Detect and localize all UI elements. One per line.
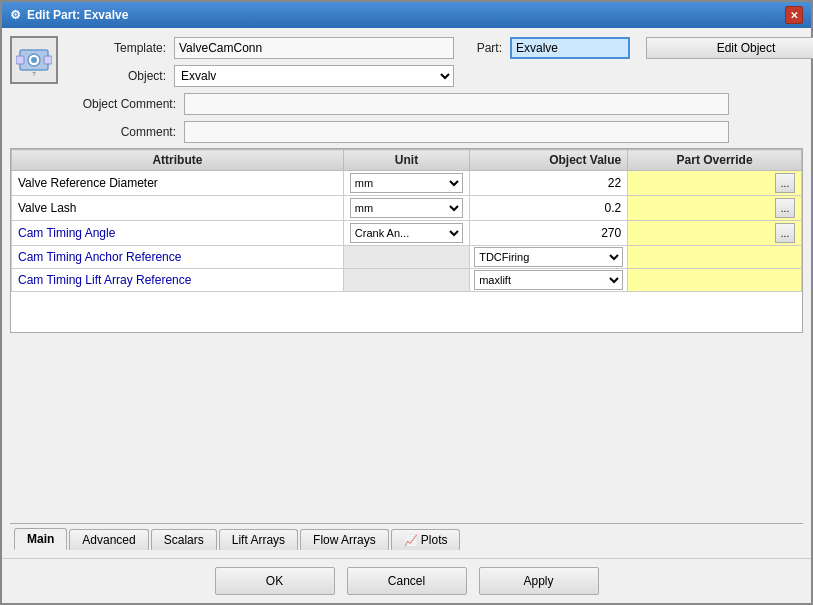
attr-cam-timing-anchor: Cam Timing Anchor Reference xyxy=(12,246,344,269)
object-comment-label: Object Comment: xyxy=(66,97,176,111)
tab-plots[interactable]: 📈 Plots xyxy=(391,529,461,550)
table-row: Cam Timing Angle Crank An... 270 ... xyxy=(12,221,802,246)
dialog-body: ? Template: Part: Edit Object Object: E xyxy=(2,28,811,558)
table-row: Valve Lash mm 0.2 ... xyxy=(12,196,802,221)
objval-valve-ref-diameter: 22 xyxy=(470,171,628,196)
form-fields: Template: Part: Edit Object Object: Exva… xyxy=(66,36,813,144)
attr-valve-ref-diameter: Valve Reference Diameter xyxy=(12,171,344,196)
comment-label: Comment: xyxy=(66,125,176,139)
col-unit: Unit xyxy=(343,150,469,171)
window-title: Edit Part: Exvalve xyxy=(27,8,128,22)
object-select[interactable]: Exvalv xyxy=(174,65,454,87)
plots-chart-icon: 📈 xyxy=(404,534,418,547)
attr-cam-timing-lift: Cam Timing Lift Array Reference xyxy=(12,269,344,292)
tab-scalars[interactable]: Scalars xyxy=(151,529,217,550)
override-cam-timing-anchor xyxy=(628,246,802,269)
browse-btn-3[interactable]: ... xyxy=(775,223,795,243)
unit-valve-lash[interactable]: mm xyxy=(343,196,469,221)
tab-flow-arrays[interactable]: Flow Arrays xyxy=(300,529,389,550)
template-label: Template: xyxy=(66,41,166,55)
attributes-table-container: Attribute Unit Object Value Part Overrid… xyxy=(10,148,803,333)
comment-row: Comment: xyxy=(66,120,813,144)
comment-input[interactable] xyxy=(184,121,729,143)
tab-main[interactable]: Main xyxy=(14,528,67,550)
unit-cam-timing-lift xyxy=(343,269,469,292)
unit-select-1[interactable]: mm xyxy=(350,173,463,193)
spacer xyxy=(10,337,803,520)
top-section: ? Template: Part: Edit Object Object: E xyxy=(10,36,803,144)
unit-select-3[interactable]: Crank An... xyxy=(350,223,463,243)
part-label: Part: xyxy=(462,41,502,55)
apply-button[interactable]: Apply xyxy=(479,567,599,595)
close-button[interactable]: ✕ xyxy=(785,6,803,24)
dialog-window: ⚙ Edit Part: Exvalve ✕ ? xyxy=(0,0,813,605)
title-bar: ⚙ Edit Part: Exvalve ✕ xyxy=(2,2,811,28)
edit-object-button[interactable]: Edit Object xyxy=(646,37,813,59)
part-input[interactable] xyxy=(510,37,630,59)
objval-cam-timing-anchor[interactable]: TDCFiring xyxy=(470,246,628,269)
svg-text:?: ? xyxy=(32,71,36,77)
override-cam-timing-angle[interactable]: ... xyxy=(628,221,802,246)
unit-cam-timing-angle[interactable]: Crank An... xyxy=(343,221,469,246)
part-icon: ? xyxy=(10,36,58,84)
attr-valve-lash: Valve Lash xyxy=(12,196,344,221)
ref-select-anchor[interactable]: TDCFiring xyxy=(474,247,623,267)
col-attribute: Attribute xyxy=(12,150,344,171)
ok-button[interactable]: OK xyxy=(215,567,335,595)
tab-advanced[interactable]: Advanced xyxy=(69,529,148,550)
override-valve-ref-diameter[interactable]: ... xyxy=(628,171,802,196)
bottom-buttons: OK Cancel Apply xyxy=(2,558,811,603)
unit-select-2[interactable]: mm xyxy=(350,198,463,218)
unit-valve-ref-diameter[interactable]: mm xyxy=(343,171,469,196)
tab-lift-arrays[interactable]: Lift Arrays xyxy=(219,529,298,550)
table-row: Valve Reference Diameter mm 22 ... xyxy=(12,171,802,196)
unit-cam-timing-anchor xyxy=(343,246,469,269)
object-comment-row: Object Comment: xyxy=(66,92,813,116)
table-row: Cam Timing Anchor Reference TDCFiring xyxy=(12,246,802,269)
browse-btn-2[interactable]: ... xyxy=(775,198,795,218)
col-part-override: Part Override xyxy=(628,150,802,171)
objval-cam-timing-lift[interactable]: maxlift xyxy=(470,269,628,292)
override-valve-lash[interactable]: ... xyxy=(628,196,802,221)
template-input[interactable] xyxy=(174,37,454,59)
col-object-value: Object Value xyxy=(470,150,628,171)
objval-valve-lash: 0.2 xyxy=(470,196,628,221)
table-row: Cam Timing Lift Array Reference maxlift xyxy=(12,269,802,292)
window-icon: ⚙ xyxy=(10,8,21,22)
svg-rect-4 xyxy=(44,56,52,64)
ref-select-lift[interactable]: maxlift xyxy=(474,270,623,290)
browse-btn-1[interactable]: ... xyxy=(775,173,795,193)
svg-point-2 xyxy=(31,57,37,63)
template-part-row: Template: Part: Edit Object xyxy=(66,36,813,60)
tabs-bar: Main Advanced Scalars Lift Arrays Flow A… xyxy=(10,523,803,550)
svg-rect-3 xyxy=(16,56,24,64)
override-cam-timing-lift xyxy=(628,269,802,292)
object-comment-input[interactable] xyxy=(184,93,729,115)
object-label: Object: xyxy=(66,69,166,83)
object-row: Object: Exvalv xyxy=(66,64,813,88)
attributes-table: Attribute Unit Object Value Part Overrid… xyxy=(11,149,802,292)
objval-cam-timing-angle: 270 xyxy=(470,221,628,246)
part-icon-svg: ? xyxy=(16,42,52,78)
title-bar-left: ⚙ Edit Part: Exvalve xyxy=(10,8,128,22)
cancel-button[interactable]: Cancel xyxy=(347,567,467,595)
attr-cam-timing-angle: Cam Timing Angle xyxy=(12,221,344,246)
